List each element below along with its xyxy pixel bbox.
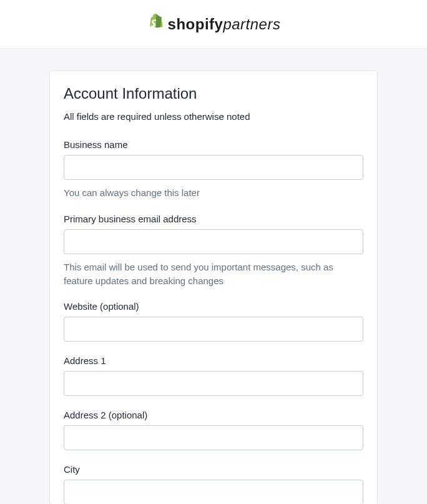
- city-label: City: [64, 464, 363, 475]
- address1-field: Address 1: [64, 355, 363, 396]
- address2-input[interactable]: [64, 425, 363, 450]
- city-input[interactable]: [64, 480, 363, 504]
- brand-logo: shopifypartners: [147, 13, 281, 36]
- website-label: Website (optional): [64, 301, 363, 312]
- website-field: Website (optional): [64, 301, 363, 342]
- address2-field: Address 2 (optional): [64, 410, 363, 450]
- shopify-bag-icon: [147, 13, 164, 36]
- city-field: City: [64, 464, 363, 504]
- address1-label: Address 1: [64, 355, 363, 366]
- address2-label: Address 2 (optional): [64, 410, 363, 420]
- business-name-input[interactable]: [64, 155, 363, 180]
- form-subtitle: All fields are required unless otherwise…: [64, 111, 363, 122]
- email-input[interactable]: [64, 229, 363, 254]
- email-field: Primary business email address This emai…: [64, 214, 363, 288]
- email-help: This email will be used to send you impo…: [64, 260, 363, 288]
- page-header: shopifypartners: [0, 0, 427, 49]
- website-input[interactable]: [64, 317, 363, 342]
- email-label: Primary business email address: [64, 214, 363, 224]
- page-title: Account Information: [64, 85, 363, 102]
- brand-text-light: partners: [223, 16, 280, 32]
- brand-text: shopifypartners: [168, 16, 281, 33]
- business-name-label: Business name: [64, 139, 363, 150]
- brand-text-bold: shopify: [168, 16, 223, 32]
- address1-input[interactable]: [64, 371, 363, 396]
- account-info-card: Account Information All fields are requi…: [50, 71, 377, 504]
- business-name-field: Business name You can always change this…: [64, 139, 363, 200]
- business-name-help: You can always change this later: [64, 186, 363, 200]
